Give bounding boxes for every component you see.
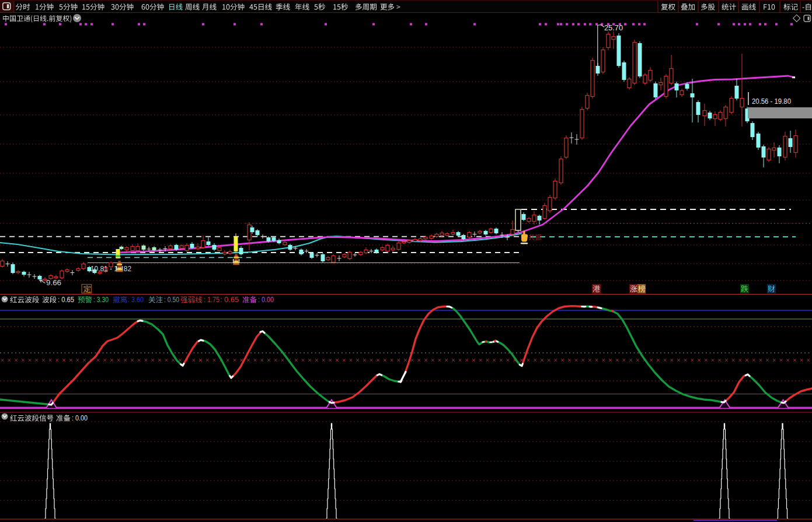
- svg-text:: 3.30: : 3.30: [93, 296, 109, 304]
- svg-text:25.70: 25.70: [604, 24, 623, 32]
- svg-text:: 0.00: : 0.00: [258, 296, 274, 304]
- svg-text:: 3.60: : 3.60: [128, 296, 144, 304]
- svg-text:: 1.75: : 1.75: [204, 296, 219, 304]
- svg-text:: 0.65: : 0.65: [58, 296, 74, 304]
- svg-text:: 0.50: : 0.50: [164, 296, 179, 304]
- svg-text:: 0.65: : 0.65: [220, 296, 239, 304]
- svg-text:: 0.00: : 0.00: [72, 414, 88, 422]
- svg-text:10.81 - 10.82: 10.81 - 10.82: [90, 265, 131, 273]
- svg-text:20.56 - 19.80: 20.56 - 19.80: [752, 97, 791, 106]
- svg-text:9.66: 9.66: [46, 279, 61, 287]
